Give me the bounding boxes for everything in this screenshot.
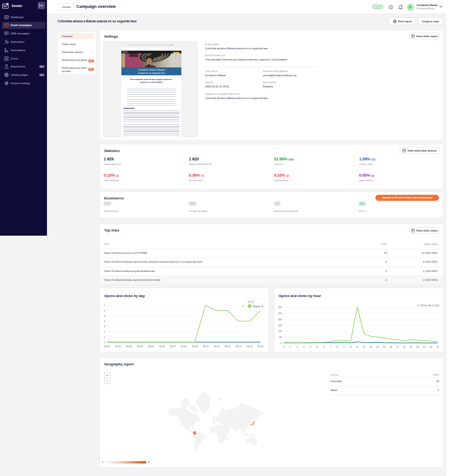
svg-text:1: 1 — [104, 336, 105, 338]
svg-text:100: 100 — [278, 330, 282, 332]
svg-text:11: 11 — [356, 345, 359, 348]
svg-text:5: 5 — [104, 315, 105, 317]
svg-text:3: 3 — [303, 345, 305, 348]
svg-text:?: ? — [390, 6, 392, 8]
svg-text:09-11: 09-11 — [213, 345, 220, 348]
svg-text:22: 22 — [430, 345, 433, 348]
svg-text:15: 15 — [383, 345, 386, 348]
svg-text:17: 17 — [396, 345, 399, 348]
svg-text:150: 150 — [278, 324, 282, 327]
svg-text:16: 16 — [390, 345, 393, 348]
svg-text:09-15: 09-15 — [248, 300, 254, 303]
svg-text:09-05: 09-05 — [148, 345, 154, 348]
svg-text:09-02: 09-02 — [115, 345, 121, 348]
svg-text:09-14: 09-14 — [246, 345, 253, 348]
svg-text:9: 9 — [343, 345, 345, 348]
svg-text:09-08: 09-08 — [181, 345, 187, 348]
svg-text:4: 4 — [310, 345, 311, 348]
svg-text:18: 18 — [403, 345, 406, 348]
svg-text:20: 20 — [416, 345, 419, 348]
svg-text:250: 250 — [278, 312, 282, 315]
svg-text:09-01: 09-01 — [104, 345, 110, 348]
svg-text:09-07: 09-07 — [170, 345, 176, 348]
svg-text:09-06: 09-06 — [159, 345, 165, 348]
svg-text:13: 13 — [369, 345, 372, 348]
svg-text:2: 2 — [296, 345, 298, 348]
svg-text:09-10: 09-10 — [203, 345, 209, 348]
svg-text:5: 5 — [317, 345, 318, 348]
svg-text:8: 8 — [337, 345, 338, 348]
svg-text:23: 23 — [436, 345, 439, 348]
svg-text:09-03: 09-03 — [126, 345, 132, 348]
svg-text:09-13: 09-13 — [236, 345, 242, 348]
svg-text:19: 19 — [410, 345, 413, 348]
svg-text:14: 14 — [376, 345, 379, 348]
svg-text:OPENS: OPENS — [420, 304, 427, 307]
svg-text:0: 0 — [280, 342, 282, 344]
svg-text:7: 7 — [104, 304, 105, 307]
svg-text:12: 12 — [363, 345, 366, 348]
svg-text:Opens: 6: Opens: 6 — [253, 305, 263, 308]
svg-text:7: 7 — [330, 345, 331, 348]
svg-text:200: 200 — [278, 318, 282, 321]
svg-text:4: 4 — [104, 320, 105, 323]
svg-text:2: 2 — [104, 330, 105, 333]
svg-text:300: 300 — [278, 306, 282, 309]
svg-text:09-09: 09-09 — [192, 345, 198, 348]
svg-text:50: 50 — [279, 336, 282, 338]
svg-text:09-04: 09-04 — [137, 345, 143, 348]
svg-text:0: 0 — [283, 345, 285, 348]
svg-text:09-15: 09-15 — [258, 345, 264, 348]
svg-text:0: 0 — [104, 341, 105, 344]
svg-text:6: 6 — [104, 309, 105, 312]
svg-text:10: 10 — [349, 345, 352, 348]
svg-text:1: 1 — [290, 345, 291, 348]
svg-text:6: 6 — [323, 345, 325, 348]
svg-text:09-12: 09-12 — [225, 345, 231, 348]
svg-text:3: 3 — [104, 325, 105, 328]
svg-text:21: 21 — [423, 345, 426, 348]
svg-text:CLICKS: CLICKS — [432, 304, 440, 307]
